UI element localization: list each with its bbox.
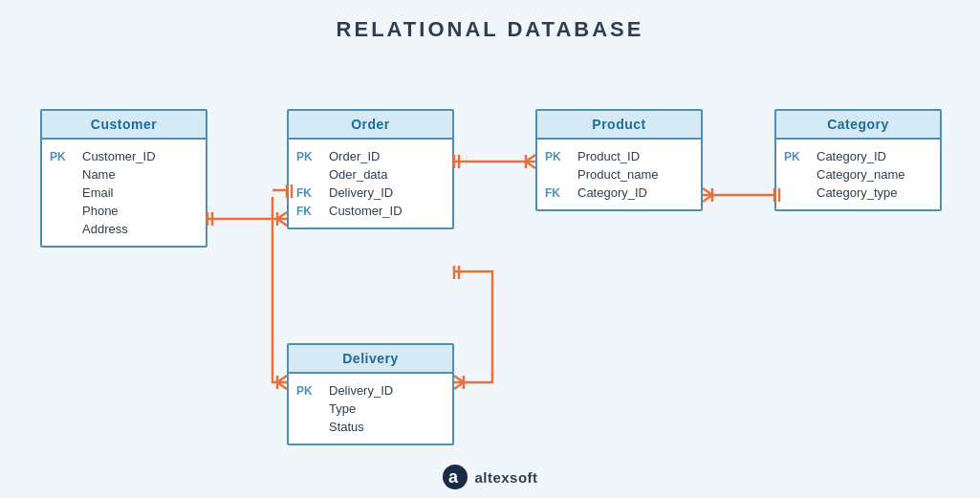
table-row: Category_name — [776, 165, 940, 184]
svg-text:a: a — [448, 467, 459, 487]
table-order-body: PKOrder_ID Oder_data FKDelivery_ID FKCus… — [289, 140, 452, 227]
table-row: PKOrder_ID — [289, 147, 452, 165]
table-category: Category PKCategory_ID Category_name Cat… — [774, 109, 942, 211]
svg-line-19 — [277, 382, 287, 389]
table-product-body: PKProduct_ID Product_name FKCategory_ID — [537, 140, 701, 209]
table-customer: Customer PKCustomer_ID Name Email Phone … — [40, 109, 207, 248]
table-row: PKCategory_ID — [776, 147, 940, 165]
page-title: RELATIONAL DATABASE — [0, 0, 980, 52]
svg-line-7 — [526, 155, 535, 162]
table-category-header: Category — [776, 111, 940, 140]
table-row: FKCategory_ID — [537, 184, 701, 202]
table-product-header: Product — [537, 111, 701, 140]
table-row: Name — [42, 165, 206, 184]
table-row: PKDelivery_ID — [289, 381, 452, 400]
table-product: Product PKProduct_ID Product_name FKCate… — [535, 109, 703, 211]
table-row: Status — [289, 418, 452, 436]
table-row: FKDelivery_ID — [289, 184, 452, 202]
footer-logo: a altexsoft — [442, 464, 537, 490]
table-row: Product_name — [537, 165, 701, 184]
svg-line-15 — [703, 188, 712, 195]
table-row: Oder_data — [289, 165, 452, 184]
diagram-area: Customer PKCustomer_ID Name Email Phone … — [0, 52, 980, 491]
svg-line-16 — [703, 195, 712, 202]
table-delivery-header: Delivery — [289, 345, 452, 374]
svg-line-18 — [277, 376, 287, 382]
footer: a altexsoft — [0, 464, 980, 490]
table-row: PKCustomer_ID — [42, 147, 206, 165]
altexsoft-logo-icon: a — [442, 464, 468, 490]
svg-line-24 — [454, 376, 464, 382]
table-order-header: Order — [289, 111, 452, 140]
table-delivery: Delivery PKDelivery_ID Type Status — [287, 343, 454, 445]
table-customer-body: PKCustomer_ID Name Email Phone Address — [42, 140, 206, 246]
footer-brand-text: altexsoft — [474, 469, 537, 486]
table-row: PKProduct_ID — [537, 147, 701, 165]
svg-line-1 — [277, 212, 287, 219]
table-row: Address — [42, 220, 206, 238]
table-order: Order PKOrder_ID Oder_data FKDelivery_ID… — [287, 109, 454, 229]
table-delivery-body: PKDelivery_ID Type Status — [289, 374, 452, 444]
svg-line-2 — [277, 219, 287, 226]
table-customer-header: Customer — [42, 111, 206, 140]
svg-line-8 — [526, 162, 535, 168]
table-category-body: PKCategory_ID Category_name Category_typ… — [776, 140, 940, 209]
table-row: Phone — [42, 202, 206, 220]
svg-line-25 — [454, 382, 464, 389]
table-row: FKCustomer_ID — [289, 202, 452, 220]
table-row: Category_type — [776, 184, 940, 202]
table-row: Email — [42, 184, 206, 202]
table-row: Type — [289, 400, 452, 418]
